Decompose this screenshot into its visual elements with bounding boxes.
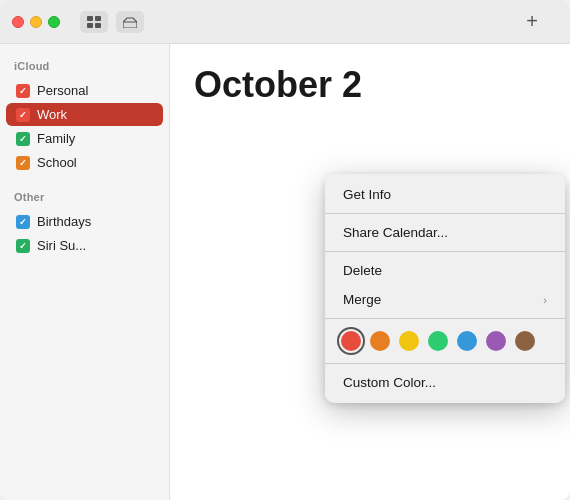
birthdays-label: Birthdays <box>37 214 91 229</box>
delete-label: Delete <box>343 263 382 278</box>
sidebar-item-work[interactable]: Work <box>6 103 163 126</box>
sidebar-item-school[interactable]: School <box>6 151 163 174</box>
merge-chevron-icon: › <box>543 294 547 306</box>
color-dot-purple[interactable] <box>486 331 506 351</box>
sidebar: iCloud Personal Work Family School Other <box>0 44 170 500</box>
custom-color-label: Custom Color... <box>343 375 436 390</box>
get-info-menu-item[interactable]: Get Info <box>325 180 565 209</box>
merge-menu-item[interactable]: Merge › <box>325 285 565 314</box>
separator-1 <box>325 213 565 214</box>
share-calendar-menu-item[interactable]: Share Calendar... <box>325 218 565 247</box>
close-button[interactable] <box>12 16 24 28</box>
personal-label: Personal <box>37 83 88 98</box>
traffic-lights <box>12 16 60 28</box>
separator-4 <box>325 363 565 364</box>
birthdays-checkbox[interactable] <box>16 215 30 229</box>
color-dot-green[interactable] <box>428 331 448 351</box>
svg-rect-2 <box>87 23 93 28</box>
svg-rect-0 <box>87 16 93 21</box>
sidebar-item-personal[interactable]: Personal <box>6 79 163 102</box>
titlebar: + <box>0 0 570 44</box>
calendar-area: October 2 Get Info Share Calendar... Del… <box>170 44 570 500</box>
sidebar-item-birthdays[interactable]: Birthdays <box>6 210 163 233</box>
add-calendar-button[interactable]: + <box>526 10 538 33</box>
svg-rect-3 <box>95 23 101 28</box>
color-dot-red[interactable] <box>341 331 361 351</box>
minimize-button[interactable] <box>30 16 42 28</box>
icloud-section-label: iCloud <box>0 56 169 78</box>
app-window: + iCloud Personal Work Family School <box>0 0 570 500</box>
merge-label: Merge <box>343 292 381 307</box>
svg-rect-4 <box>123 22 137 28</box>
color-dot-blue[interactable] <box>457 331 477 351</box>
sidebar-item-family[interactable]: Family <box>6 127 163 150</box>
color-dot-orange[interactable] <box>370 331 390 351</box>
grid-view-button[interactable] <box>80 11 108 33</box>
color-dot-yellow[interactable] <box>399 331 419 351</box>
sidebar-item-siri-suggestions[interactable]: Siri Su... <box>6 234 163 257</box>
titlebar-controls <box>80 11 144 33</box>
siri-label: Siri Su... <box>37 238 86 253</box>
custom-color-menu-item[interactable]: Custom Color... <box>325 368 565 397</box>
family-checkbox[interactable] <box>16 132 30 146</box>
school-checkbox[interactable] <box>16 156 30 170</box>
siri-checkbox[interactable] <box>16 239 30 253</box>
svg-rect-1 <box>95 16 101 21</box>
get-info-label: Get Info <box>343 187 391 202</box>
personal-checkbox[interactable] <box>16 84 30 98</box>
month-title: October 2 <box>170 44 570 126</box>
maximize-button[interactable] <box>48 16 60 28</box>
school-label: School <box>37 155 77 170</box>
context-menu: Get Info Share Calendar... Delete Merge … <box>325 174 565 403</box>
family-label: Family <box>37 131 75 146</box>
other-section-label: Other <box>0 187 169 209</box>
color-dot-brown[interactable] <box>515 331 535 351</box>
main-content: iCloud Personal Work Family School Other <box>0 44 570 500</box>
work-checkbox[interactable] <box>16 108 30 122</box>
delete-menu-item[interactable]: Delete <box>325 256 565 285</box>
separator-2 <box>325 251 565 252</box>
separator-3 <box>325 318 565 319</box>
work-label: Work <box>37 107 67 122</box>
share-calendar-label: Share Calendar... <box>343 225 448 240</box>
color-picker-row <box>325 323 565 359</box>
inbox-button[interactable] <box>116 11 144 33</box>
